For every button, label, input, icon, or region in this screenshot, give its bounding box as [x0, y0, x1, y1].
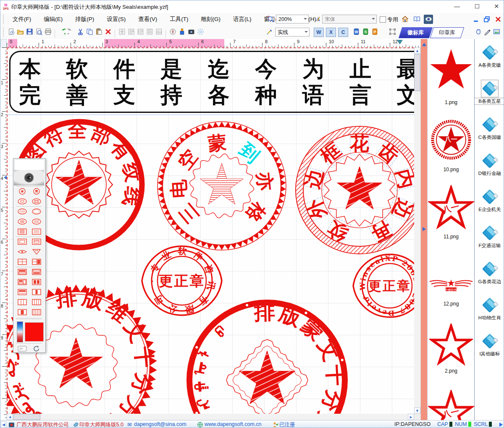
menu-item-6[interactable]: 雕刻(G) — [195, 13, 227, 26]
al4-icon[interactable] — [145, 27, 154, 37]
hand-icon[interactable] — [473, 27, 483, 37]
window-close-button[interactable]: ✕ — [490, 2, 503, 10]
al5-icon[interactable] — [154, 27, 163, 37]
menu-item-2[interactable]: 排版(P) — [69, 13, 100, 26]
menu-item-5[interactable]: 工具(T) — [163, 13, 194, 26]
menu-item-3[interactable]: 设置(S) — [100, 13, 132, 26]
palette-icon-circle-badge[interactable] — [31, 188, 42, 196]
vertical-ruler[interactable]: 123456789 — [0, 47, 7, 420]
color-gradient-strip[interactable] — [17, 321, 23, 342]
design-canvas[interactable]: 本 软 件 是 迄 今 为 止 最 为 专 业 的 印 章 设 完 善 支 持 … — [7, 47, 414, 414]
seal-template-palette[interactable] — [13, 158, 46, 353]
home-icon[interactable] — [400, 15, 410, 24]
thumbnail-1.png[interactable] — [428, 48, 475, 93]
menu-item-1[interactable]: 编辑(E) — [37, 13, 69, 26]
category-C各类国徽[interactable]: C各类国徽 — [475, 116, 504, 151]
menu-item-7[interactable]: 语言(L) — [227, 13, 258, 26]
category-I其他徽标[interactable]: I其他徽标 — [475, 333, 504, 367]
office-button-c[interactable]: C — [338, 28, 348, 37]
palette-icon-rows-2b[interactable] — [17, 289, 28, 296]
status-left-arrow[interactable]: ◀ — [1, 421, 6, 428]
copy-icon[interactable] — [85, 27, 94, 37]
status-email[interactable]: dapengsoft@sina.com — [134, 421, 186, 427]
menu-item-0[interactable]: 文件(F) — [6, 13, 37, 26]
seal-correction-cn[interactable]: ·专业软件咨讯有限公司更正章 — [142, 245, 222, 316]
hscroll-thumb[interactable] — [13, 414, 40, 420]
office-button-x[interactable]: X — [326, 28, 336, 37]
palette-icon-oval-line[interactable] — [17, 218, 28, 226]
palette-icon-cols-2b[interactable] — [31, 289, 42, 296]
palette-icon-frame-inset[interactable] — [17, 238, 28, 246]
scroll-up-button[interactable]: ▲ — [414, 47, 420, 54]
palette-icon-diamond-eye[interactable] — [17, 248, 28, 256]
special-checkbox[interactable] — [380, 16, 386, 23]
thumbnail-10.png[interactable]: 八一 — [428, 120, 475, 161]
wdoc-icon[interactable]: W — [352, 27, 361, 37]
thumbnail-2.png[interactable] — [428, 324, 475, 368]
palette-icon-row-top[interactable] — [31, 269, 42, 276]
redo-icon[interactable] — [66, 27, 76, 37]
pdoc-icon[interactable]: P — [370, 27, 379, 37]
horizontal-scrollbar[interactable]: ◄ ► — [7, 414, 414, 420]
book-icon[interactable] — [412, 15, 421, 24]
palette-icon-circle-star[interactable] — [17, 188, 28, 196]
seal-border-flower[interactable]: 纹外边框花齿内边再 — [296, 126, 414, 254]
seals-layer[interactable]: 文字图符全部有纹线蒙到亦格三电空纹外边框花齿内边再排版维文十分方便ئۇيغۇرچ… — [7, 47, 414, 414]
pen2-icon[interactable] — [483, 27, 492, 37]
crop-select-icon[interactable] — [388, 27, 397, 37]
status-website[interactable]: www.dapengsoft.com.cn — [205, 421, 262, 427]
disc-icon[interactable] — [196, 27, 205, 37]
palette-icon-strip-4[interactable] — [31, 299, 42, 306]
mdi-minimize-button[interactable] — [472, 16, 480, 22]
menu-item-4[interactable]: 查看(V) — [132, 13, 163, 26]
office-button-w[interactable]: W — [314, 28, 324, 37]
status-right-arrow[interactable] — [499, 423, 504, 427]
palette-icon-strip-3[interactable] — [17, 299, 28, 306]
properties-card-button[interactable] — [17, 345, 28, 353]
open-icon[interactable] — [16, 27, 25, 37]
splitter-up-arrow[interactable] — [422, 41, 426, 46]
palette-icon-cols-2[interactable] — [31, 279, 42, 286]
undo-icon[interactable] — [57, 27, 66, 37]
mdi-close-button[interactable] — [494, 16, 502, 22]
palette-icon-grid-2x2[interactable] — [17, 258, 28, 266]
sdoc-icon[interactable]: S — [361, 27, 370, 37]
toolbar-grip2[interactable] — [3, 28, 5, 37]
thumbnail-12.png[interactable]: 大鹏软件 — [428, 274, 475, 299]
new-icon[interactable] — [6, 27, 16, 37]
palette-icon-grid-flat[interactable] — [31, 228, 42, 236]
palette-icon-strip-3b[interactable] — [17, 309, 28, 316]
palette-icon-grid-dense[interactable] — [17, 228, 28, 236]
line-style-icon[interactable] — [265, 27, 274, 37]
paste-icon[interactable] — [94, 27, 103, 37]
font-icon[interactable]: A — [312, 15, 321, 24]
horizontal-ruler[interactable]: 0123456789101112 — [7, 39, 420, 48]
compass-icon[interactable] — [168, 27, 177, 37]
scroll-down-button[interactable]: ▼ — [414, 407, 420, 414]
preview-icon[interactable] — [34, 27, 43, 37]
category-A各类党徽[interactable]: A各类党徽 — [475, 44, 504, 78]
img-icon[interactable] — [492, 27, 501, 37]
palette-icon-oval-bars[interactable] — [31, 198, 42, 206]
scroll-right-button[interactable]: ► — [408, 414, 414, 420]
palette-icon-triangle-down[interactable] — [31, 248, 42, 256]
zoom-level-select[interactable]: 200% — [276, 15, 309, 23]
print-icon[interactable] — [43, 27, 52, 37]
camera-icon[interactable] — [186, 27, 196, 37]
al3-icon[interactable] — [136, 27, 145, 37]
palette-icon-oval-gear[interactable] — [17, 208, 28, 216]
line-style-select[interactable]: 实线 — [275, 28, 310, 37]
vscroll-thumb[interactable] — [414, 54, 420, 91]
palette-icon-oval-lines[interactable] — [31, 218, 42, 226]
tab-seal-library[interactable]: 印章库 — [430, 27, 464, 38]
thumbnail-11.png[interactable]: 八一 — [428, 185, 475, 232]
window-maximize-button[interactable]: ☐ — [471, 2, 483, 10]
category-G各类花边[interactable]: G各类花边 — [475, 261, 504, 295]
mdi-restore-button[interactable] — [483, 16, 491, 22]
category-B各类五星[interactable]: B各类五星 — [475, 80, 504, 115]
category-E企业机关[interactable]: E企业机关 — [475, 188, 504, 223]
palette-icon-oval-bar[interactable] — [17, 198, 28, 206]
category-F交通运输[interactable]: F交通运输 — [475, 224, 504, 259]
font-select[interactable]: 宋体 — [322, 15, 377, 23]
palette-icon-cells-3[interactable] — [17, 279, 28, 286]
